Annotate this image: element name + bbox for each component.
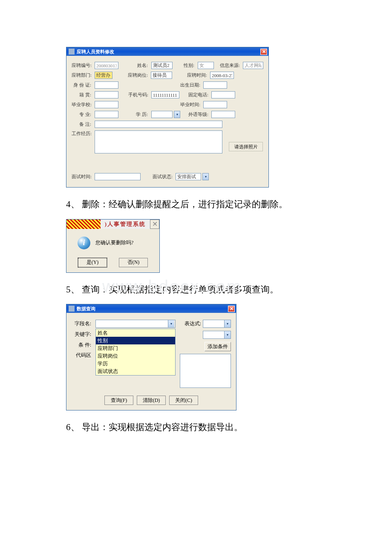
input-code[interactable]: [95, 62, 118, 69]
value-combo-input[interactable]: [203, 331, 225, 338]
label-interview-time: 面试时间:: [72, 173, 93, 180]
label-gradtime: 毕业时间:: [180, 101, 202, 108]
input-name[interactable]: [151, 62, 173, 69]
label-idcard: 身 份 证:: [72, 82, 93, 88]
label-code-area: 代码区: [72, 352, 91, 358]
dlg2-titlebar: )人事管理系统 ✕: [66, 220, 159, 229]
chevron-down-icon[interactable]: ▾: [224, 331, 231, 338]
list-item[interactable]: 面试状态: [96, 367, 175, 375]
label-field: 字段名:: [72, 320, 91, 328]
title-pattern-icon: [66, 220, 101, 229]
dlg2-title: )人事管理系统: [101, 220, 150, 229]
no-button[interactable]: 否(N): [119, 258, 148, 267]
clear-button[interactable]: 清除(D): [137, 396, 166, 405]
expr-combo-input[interactable]: [203, 320, 225, 327]
dlg3-titlebar: 数据查询 ✕: [66, 304, 236, 313]
label-tel: 固定电话:: [188, 92, 210, 98]
input-birthdate[interactable]: [203, 81, 227, 89]
confirm-message: 您确认要删除吗?: [95, 239, 133, 246]
add-condition-button[interactable]: 添加条件: [205, 342, 231, 351]
section-4-text: 4、 删除：经确认删除提醒之后，进行指定记录的删除。: [66, 198, 326, 211]
label-major: 专 业:: [72, 111, 93, 118]
field-listbox[interactable]: 姓名 性别 应聘部门 应聘岗位 学历 面试状态: [95, 329, 176, 376]
label-source: 信息来源:: [220, 62, 241, 69]
chevron-down-icon[interactable]: ▾: [168, 320, 174, 327]
input-interview-time[interactable]: [95, 173, 141, 180]
list-item[interactable]: 姓名: [96, 329, 175, 337]
dlg3-title: 数据查询: [77, 306, 228, 312]
label-lang: 外语等级:: [188, 111, 210, 118]
label-name: 姓名:: [128, 62, 150, 69]
list-item[interactable]: 学历: [96, 360, 175, 367]
input-major[interactable]: [95, 111, 118, 118]
chevron-down-icon[interactable]: ▾: [224, 320, 231, 327]
dlg1-title: 应聘人员资料修改: [77, 49, 260, 55]
input-remark[interactable]: [95, 121, 222, 128]
label-mobile: 手机号码:: [128, 92, 150, 98]
label-interview-status: 面试状态:: [153, 173, 174, 180]
label-remark: 备 注:: [72, 121, 93, 127]
input-native[interactable]: [95, 91, 118, 98]
input-work[interactable]: [95, 130, 222, 153]
close-icon[interactable]: ✕: [260, 49, 267, 55]
list-item[interactable]: 性别: [96, 337, 175, 344]
input-gender[interactable]: [198, 62, 214, 69]
input-gradtime[interactable]: [203, 101, 227, 108]
label-dept: 应聘部门:: [72, 72, 93, 78]
query-button[interactable]: 查询(F): [104, 396, 133, 405]
confirm-delete-dialog: )人事管理系统 ✕ i 您确认要删除吗? 是(Y) 否(N): [66, 219, 160, 273]
label-post: 应聘岗位:: [128, 72, 149, 78]
input-post[interactable]: [151, 72, 172, 79]
label-work: 工作经历:: [72, 130, 93, 137]
label-expr: 表达式:: [180, 320, 201, 327]
close-icon[interactable]: ✕: [150, 220, 159, 229]
window-icon: [69, 49, 75, 55]
section-5-text: 5、 查询：实现根据指定内容进行单项或者多项查询。: [66, 283, 326, 297]
input-mobile[interactable]: [151, 91, 179, 98]
info-icon: i: [78, 237, 90, 249]
select-photo-button[interactable]: 请选择照片: [229, 142, 263, 151]
label-keyword: 关键字:: [72, 330, 91, 338]
input-interview-status[interactable]: [176, 173, 201, 180]
list-item[interactable]: 应聘岗位: [96, 352, 175, 360]
section-6-text: 6、 导出：实现根据选定内容进行数据导出。: [66, 421, 326, 434]
input-source[interactable]: [243, 62, 263, 69]
field-combo-input[interactable]: [96, 320, 168, 327]
label-native: 籍 贯:: [72, 92, 93, 98]
label-edu: 学 历:: [128, 111, 150, 118]
edit-applicant-dialog: 应聘人员资料修改 ✕ 应聘编号: 姓名: 性别: 信息来源: 应聘部门:: [66, 47, 269, 188]
label-birthdate: 出生日期:: [180, 82, 202, 88]
window-icon: [69, 306, 75, 312]
data-query-dialog: 数据查询 ✕ 字段名: 关键字: 条 件: 代码区 ▾ 姓名 性别 应聘部门 应…: [66, 304, 236, 410]
label-apply-time: 应聘时间:: [187, 72, 208, 78]
label-cond: 条 件:: [72, 341, 91, 349]
dlg1-titlebar: 应聘人员资料修改 ✕: [66, 47, 268, 56]
label-gender: 性别:: [182, 62, 196, 69]
close-icon[interactable]: ✕: [228, 306, 235, 312]
input-school[interactable]: [95, 101, 118, 108]
close-button[interactable]: 关闭(C): [169, 396, 198, 405]
label-school: 毕业学校:: [72, 101, 93, 108]
label-code: 应聘编号:: [72, 62, 93, 69]
input-edu[interactable]: [151, 111, 173, 118]
yes-button[interactable]: 是(Y): [78, 258, 107, 267]
input-idcard[interactable]: [95, 81, 118, 89]
list-item[interactable]: 应聘部门: [96, 344, 175, 352]
condition-area[interactable]: [180, 354, 231, 388]
input-dept[interactable]: [95, 72, 112, 79]
chevron-down-icon[interactable]: ▾: [202, 173, 209, 180]
chevron-down-icon[interactable]: ▾: [174, 111, 180, 118]
